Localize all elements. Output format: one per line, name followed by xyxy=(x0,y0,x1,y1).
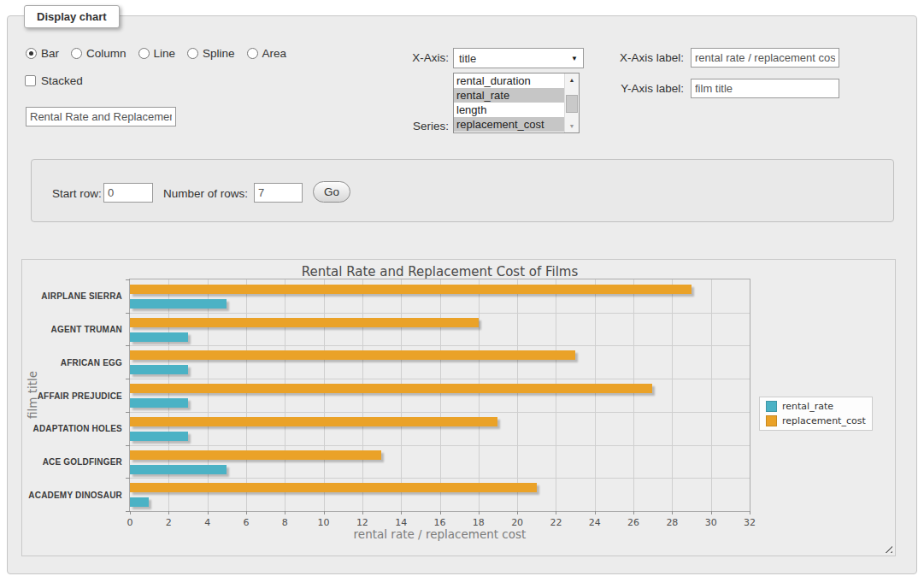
category-label: ACE GOLDFINGER xyxy=(43,456,122,466)
y-tickmark xyxy=(126,511,130,512)
chart-type-radio-group: BarColumnLineSplineArea xyxy=(26,47,286,60)
bar-replacement_cost xyxy=(130,483,537,492)
radio-button-icon[interactable] xyxy=(138,48,150,59)
chart-title-input[interactable] xyxy=(26,107,176,126)
radio-bar[interactable]: Bar xyxy=(26,47,59,60)
resize-handle-icon[interactable] xyxy=(882,543,892,553)
category-label: AFRICAN EGG xyxy=(61,357,122,367)
radio-button-icon[interactable] xyxy=(71,48,82,59)
listbox-option-length[interactable]: length xyxy=(454,103,564,117)
x-axis-selected-value: title xyxy=(459,52,476,65)
gridline-x-22 xyxy=(556,279,556,511)
series-options: rental_durationrental_ratelengthreplacem… xyxy=(454,73,564,132)
fieldset-legend: Display chart xyxy=(24,5,120,28)
gridline-x-30 xyxy=(711,279,712,511)
gridline-x-12 xyxy=(362,279,363,511)
listbox-option-rental_rate[interactable]: rental_rate xyxy=(454,88,564,103)
gridline-x-18 xyxy=(479,279,480,511)
x-axis-label-label: X-Axis label: xyxy=(598,51,684,64)
y-tickmark xyxy=(126,345,130,346)
legend-label: rental_rate xyxy=(782,401,833,412)
go-button[interactable]: Go xyxy=(313,181,350,203)
bar-rental_rate xyxy=(130,332,188,342)
x-axis-title: rental rate / replacement cost xyxy=(129,527,750,541)
radio-line[interactable]: Line xyxy=(138,47,176,60)
y-axis-label-input[interactable] xyxy=(691,79,839,98)
x-axis-label-input[interactable] xyxy=(691,48,839,68)
legend-label: replacement_cost xyxy=(782,415,866,426)
scroll-down-icon[interactable]: ▼ xyxy=(565,120,579,132)
gridline-y xyxy=(130,445,750,446)
radio-label: Area xyxy=(262,47,287,60)
y-tickmark xyxy=(126,279,130,280)
listbox-option-rental_duration[interactable]: rental_duration xyxy=(454,73,564,88)
category-label: AGENT TRUMAN xyxy=(50,325,122,334)
x-tickmark xyxy=(285,511,285,514)
category-label: ACADEMY DINOSAUR xyxy=(28,490,122,499)
scrollbar-thumb[interactable] xyxy=(566,95,578,113)
listbox-scrollbar[interactable]: ▲ ▼ xyxy=(564,73,579,132)
x-tickmark xyxy=(479,511,480,514)
radio-button-icon[interactable] xyxy=(247,48,258,59)
radio-label: Column xyxy=(86,47,127,60)
radio-button-icon[interactable] xyxy=(187,48,198,59)
category-label: ADAPTATION HOLES xyxy=(33,424,123,433)
start-row-input[interactable] xyxy=(103,183,153,203)
category-label: AIRPLANE SIERRA xyxy=(41,291,122,301)
number-of-rows-label: Number of rows: xyxy=(163,187,248,200)
stacked-checkbox-row[interactable]: Stacked xyxy=(25,74,83,87)
start-row-label: Start row: xyxy=(52,187,102,200)
gridline-x-2 xyxy=(168,279,169,511)
radio-spline[interactable]: Spline xyxy=(187,47,235,60)
x-tickmark xyxy=(440,511,441,514)
gridline-x-16 xyxy=(440,279,441,511)
x-axis-select-label: X-Axis: xyxy=(368,51,449,64)
legend-item-rental_rate: rental_rate xyxy=(766,401,866,412)
row-range-panel: Start row: Number of rows: Go xyxy=(31,159,894,222)
y-tickmark xyxy=(126,445,130,446)
gridline-y xyxy=(130,478,750,479)
x-tickmark xyxy=(556,511,556,514)
bar-rental_rate xyxy=(130,432,188,441)
gridline-x-24 xyxy=(595,279,596,511)
gridline-y xyxy=(130,313,750,314)
chart-title: Rental Rate and Replacement Cost of Film… xyxy=(129,264,750,279)
x-tickmark xyxy=(324,511,325,514)
gridline-y xyxy=(130,412,750,413)
bar-replacement_cost xyxy=(130,417,497,426)
gridline-x-8 xyxy=(285,279,285,511)
radio-label: Spline xyxy=(203,47,235,60)
radio-column[interactable]: Column xyxy=(71,47,127,60)
x-tickmark xyxy=(246,511,247,514)
gridline-x-26 xyxy=(633,279,634,511)
bar-replacement_cost xyxy=(130,318,479,327)
gridline-x-20 xyxy=(517,279,518,511)
chevron-down-icon: ▼ xyxy=(571,55,578,62)
x-tickmark xyxy=(633,511,634,514)
radio-label: Bar xyxy=(41,47,59,60)
scroll-up-icon[interactable]: ▲ xyxy=(565,73,579,86)
x-tickmark xyxy=(595,511,596,514)
chart-legend: rental_ratereplacement_cost xyxy=(759,397,873,431)
gridline-x-28 xyxy=(672,279,673,511)
legend-item-replacement_cost: replacement_cost xyxy=(766,415,866,426)
radio-label: Line xyxy=(154,47,176,60)
plot-grid: 02468101214161820222426283032AIRPLANE SI… xyxy=(129,279,750,512)
x-tickmark xyxy=(168,511,169,514)
radio-area[interactable]: Area xyxy=(247,47,287,60)
series-listbox[interactable]: rental_durationrental_ratelengthreplacem… xyxy=(453,73,580,133)
chart-container: Rental Rate and Replacement Cost of Film… xyxy=(21,259,896,556)
gridline-y xyxy=(130,345,750,346)
listbox-option-replacement_cost[interactable]: replacement_cost xyxy=(454,117,564,132)
bar-rental_rate xyxy=(130,465,227,474)
radio-button-icon[interactable] xyxy=(26,48,37,59)
bar-rental_rate xyxy=(130,365,188,374)
number-of-rows-input[interactable] xyxy=(254,183,303,203)
gridline-x-4 xyxy=(208,279,209,511)
x-axis-select[interactable]: title ▼ xyxy=(453,48,584,68)
bar-rental_rate xyxy=(130,398,188,408)
x-tickmark xyxy=(208,511,209,514)
bar-rental_rate xyxy=(130,497,149,507)
y-tickmark xyxy=(126,412,130,413)
stacked-checkbox[interactable] xyxy=(25,75,36,86)
